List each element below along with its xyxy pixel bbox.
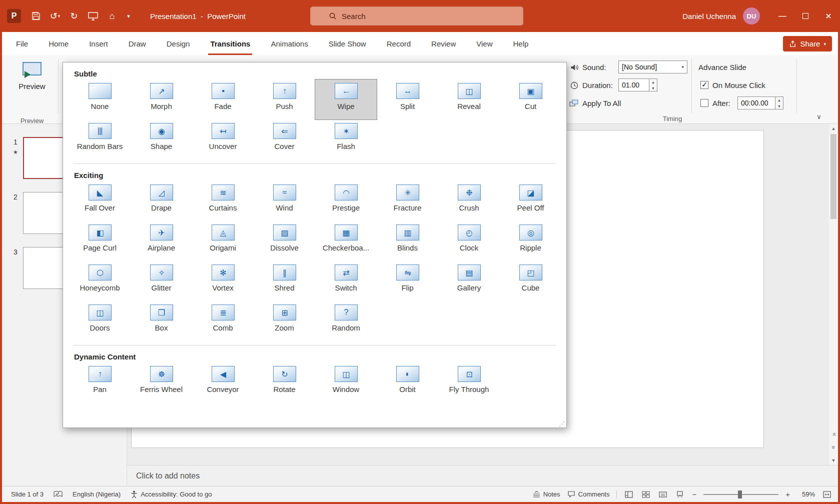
zoom-slider[interactable] [703, 494, 778, 495]
transition-flip[interactable]: ⇋Flip [377, 261, 438, 301]
duration-up-icon[interactable]: ▲ [649, 79, 657, 85]
transition-cut[interactable]: ▣Cut [500, 80, 561, 120]
transition-fall-over[interactable]: ◣Fall Over [69, 181, 131, 221]
apply-to-all-button[interactable]: Apply To All [582, 97, 621, 110]
tab-draw[interactable]: Draw [128, 32, 147, 55]
transition-fly-through[interactable]: ⊡Fly Through [438, 362, 500, 402]
resize-handle-icon[interactable]: ⋰ [559, 420, 565, 428]
close-button[interactable]: ✕ [817, 0, 840, 32]
scroll-down-icon[interactable]: ▼ [829, 458, 838, 463]
zoom-in-button[interactable]: + [785, 490, 790, 498]
transition-vortex[interactable]: ✻Vortex [192, 261, 254, 301]
home-button[interactable]: ⌂ [104, 8, 120, 24]
normal-view-button[interactable] [624, 491, 634, 498]
search-box[interactable]: Search [310, 6, 523, 26]
next-slide-button[interactable]: » [830, 443, 837, 452]
user-avatar[interactable]: DU [743, 8, 760, 24]
transition-dissolve[interactable]: ▨Dissolve [254, 221, 315, 261]
undo-dropdown-icon[interactable]: ▾ [58, 14, 61, 18]
transition-crush[interactable]: ❉Crush [438, 181, 500, 221]
transition-shape[interactable]: ◉Shape [131, 120, 192, 160]
transition-pan[interactable]: ↑Pan [69, 362, 131, 402]
transition-honeycomb[interactable]: ⬡Honeycomb [69, 261, 131, 301]
transition-cube[interactable]: ◰Cube [500, 261, 561, 301]
preview-button[interactable]: Preview [13, 58, 51, 107]
maximize-button[interactable] [794, 0, 817, 32]
transition-drape[interactable]: ◿Drape [131, 181, 192, 221]
transition-zoom[interactable]: ⊞Zoom [254, 301, 315, 341]
transition-comb[interactable]: ≣Comb [192, 301, 254, 341]
transition-push[interactable]: ↑Push [254, 80, 315, 120]
transition-orbit[interactable]: ◐Orbit [377, 362, 438, 402]
tab-help[interactable]: Help [512, 32, 530, 55]
transition-blinds[interactable]: ▥Blinds [377, 221, 438, 261]
on-mouse-click-checkbox[interactable] [700, 81, 708, 89]
zoom-out-button[interactable]: − [692, 490, 696, 498]
transition-uncover[interactable]: ↤Uncover [192, 120, 254, 160]
transition-switch[interactable]: ⇄Switch [315, 261, 377, 301]
transition-wipe[interactable]: ←Wipe [315, 80, 377, 120]
zoom-slider-thumb[interactable] [738, 490, 742, 498]
customize-qat-button[interactable]: ▾ [123, 8, 134, 24]
transition-reveal[interactable]: ◫Reveal [438, 80, 500, 120]
transition-origami[interactable]: ◬Origami [192, 221, 254, 261]
vertical-scrollbar[interactable]: ▲ » » ▼ [829, 124, 838, 465]
transition-none[interactable]: None [69, 80, 131, 120]
user-name[interactable]: Daniel Uchenna [682, 12, 736, 20]
sound-dropdown[interactable]: [No Sound] ▾ [618, 60, 687, 74]
tab-design[interactable]: Design [166, 32, 191, 55]
undo-button[interactable]: ↺▾ [47, 8, 63, 24]
notes-toggle-button[interactable]: Notes [533, 490, 560, 498]
duration-down-icon[interactable]: ▼ [649, 85, 657, 91]
transition-airplane[interactable]: ✈Airplane [131, 221, 192, 261]
transition-morph[interactable]: ↗Morph [131, 80, 192, 120]
duration-value[interactable]: 01.00 [618, 78, 649, 92]
transition-split[interactable]: ↔Split [377, 80, 438, 120]
slide-sorter-view-button[interactable] [641, 491, 651, 498]
language-indicator[interactable]: English (Nigeria) [73, 490, 121, 498]
tab-home[interactable]: Home [48, 32, 70, 55]
spell-check-icon[interactable] [54, 490, 63, 498]
transition-random[interactable]: ?Random [315, 301, 377, 341]
scrollbar-thumb[interactable] [830, 134, 836, 219]
after-time-spinner[interactable]: 00:00.00 ▲▼ [737, 96, 783, 110]
after-up-icon[interactable]: ▲ [775, 97, 783, 103]
tab-animations[interactable]: Animations [270, 32, 309, 55]
transition-checkerboa[interactable]: ▦Checkerboa... [315, 221, 377, 261]
share-button[interactable]: Share ▾ [783, 36, 832, 52]
transition-random-bars[interactable]: |||Random Bars [69, 120, 131, 160]
start-slideshow-button[interactable] [85, 8, 101, 24]
transition-page-curl[interactable]: ◧Page Curl [69, 221, 131, 261]
transition-gallery[interactable]: ▤Gallery [438, 261, 500, 301]
transition-shred[interactable]: ∥Shred [254, 261, 315, 301]
transition-doors[interactable]: ◫Doors [69, 301, 131, 341]
scroll-up-icon[interactable]: ▲ [829, 126, 838, 131]
transition-window[interactable]: ◫Window [315, 362, 377, 402]
transition-cover[interactable]: ⇐Cover [254, 120, 315, 160]
transition-wind[interactable]: ≈Wind [254, 181, 315, 221]
slideshow-view-button[interactable] [675, 491, 685, 498]
tab-record[interactable]: Record [386, 32, 412, 55]
transition-prestige[interactable]: ◠Prestige [315, 181, 377, 221]
collapse-ribbon-icon[interactable]: ∨ [813, 113, 825, 120]
reading-view-button[interactable] [658, 491, 668, 498]
transition-fracture[interactable]: ✳Fracture [377, 181, 438, 221]
notes-pane[interactable]: Click to add notes [127, 465, 838, 486]
transition-peel-off[interactable]: ◪Peel Off [500, 181, 561, 221]
zoom-level[interactable]: 59% [797, 490, 815, 498]
tab-review[interactable]: Review [430, 32, 457, 55]
transition-clock[interactable]: ◴Clock [438, 221, 500, 261]
duration-spinner[interactable]: 01.00 ▲▼ [618, 78, 657, 92]
after-down-icon[interactable]: ▼ [775, 103, 783, 109]
tab-view[interactable]: View [475, 32, 493, 55]
tab-slide-show[interactable]: Slide Show [328, 32, 367, 55]
previous-slide-button[interactable]: » [830, 430, 837, 439]
tab-insert[interactable]: Insert [88, 32, 109, 55]
transition-ferris-wheel[interactable]: ☸Ferris Wheel [131, 362, 192, 402]
powerpoint-logo-icon[interactable]: P [7, 9, 21, 23]
slide-indicator[interactable]: Slide 1 of 3 [11, 490, 44, 498]
comments-button[interactable]: Comments [567, 490, 610, 498]
transition-glitter[interactable]: ✧Glitter [131, 261, 192, 301]
accessibility-status[interactable]: Accessibility: Good to go [131, 490, 212, 498]
after-checkbox[interactable] [700, 99, 708, 107]
